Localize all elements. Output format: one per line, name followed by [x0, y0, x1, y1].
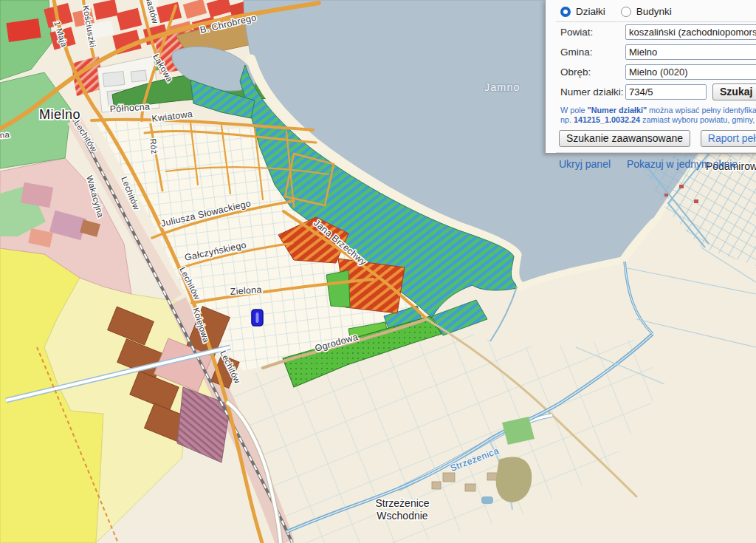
help-text: W pole "Numer działki" można wpisać pełn… — [546, 102, 756, 126]
parcel-number-label: Numer działki: — [560, 86, 625, 98]
obreb-row: Obręb: Mielno (0020) — [546, 62, 756, 82]
geoportal-screen: { "panel": { "radios": { "dzialki": "Dzi… — [0, 0, 756, 543]
parcel-number-input[interactable] — [625, 84, 707, 100]
search-panel: Działki Budynki Powiat: koszaliński (zac… — [545, 0, 756, 154]
advanced-search-button[interactable]: Szukanie zaawansowane — [559, 130, 690, 147]
help-line1-bold: "Numer działki" — [588, 106, 647, 115]
single-window-link[interactable]: Pokazuj w jednym oknie — [627, 158, 738, 170]
panel-links-row: Ukryj panel Pokazuj w jednym oknie — [546, 153, 756, 170]
map-label-street: na — [0, 130, 10, 140]
radio-budynki-label: Budynki — [636, 6, 672, 17]
search-button[interactable]: Szukaj — [712, 83, 756, 100]
help-line2-pre: np. — [560, 115, 574, 124]
radio-budynki[interactable] — [621, 7, 631, 17]
map-label-street: Zielona — [230, 284, 262, 297]
help-line1-post: można wpisać pełny identyfikator szukane… — [647, 106, 756, 115]
hide-panel-link[interactable]: Ukryj panel — [559, 158, 611, 170]
map-label-place: Wschodnie — [377, 510, 427, 522]
pond — [481, 496, 493, 504]
radio-dzialki[interactable] — [560, 7, 571, 17]
obreb-label: Obręb: — [560, 66, 625, 78]
radio-dzialki-label: Działki — [576, 6, 605, 17]
powiat-label: Powiat: — [560, 27, 625, 38]
map-label-place: Strzeżenice — [375, 497, 429, 509]
help-line2-post: zamiast wyboru powiatu, gminy, obrębu. — [640, 115, 756, 124]
map-label-town: Mielno — [39, 107, 80, 122]
powiat-row: Powiat: koszaliński (zachodniopomorskie) — [546, 22, 756, 42]
help-line1-pre: W pole — [560, 106, 588, 115]
selected-parcel-marker[interactable] — [252, 310, 263, 326]
gmina-select[interactable]: Mielno — [625, 44, 756, 60]
green-parcel — [326, 270, 350, 307]
panel-buttons-row: Szukanie zaawansowane Raport pełny dla d… — [546, 126, 756, 147]
full-report-button[interactable]: Raport pełny dla działki — [701, 130, 756, 147]
gmina-row: Gmina: Mielno — [546, 42, 756, 62]
powiat-select[interactable]: koszaliński (zachodniopomorskie) — [625, 24, 756, 40]
obreb-select[interactable]: Mielno (0020) — [625, 64, 756, 80]
layer-radio-row: Działki Budynki — [546, 0, 756, 21]
map-label-lake: Jamno — [484, 81, 520, 93]
help-line2-bold: 141215_1.0032.24 — [574, 115, 640, 124]
parcel-number-row: Numer działki: Szukaj — [546, 82, 756, 102]
gmina-label: Gmina: — [560, 47, 625, 58]
